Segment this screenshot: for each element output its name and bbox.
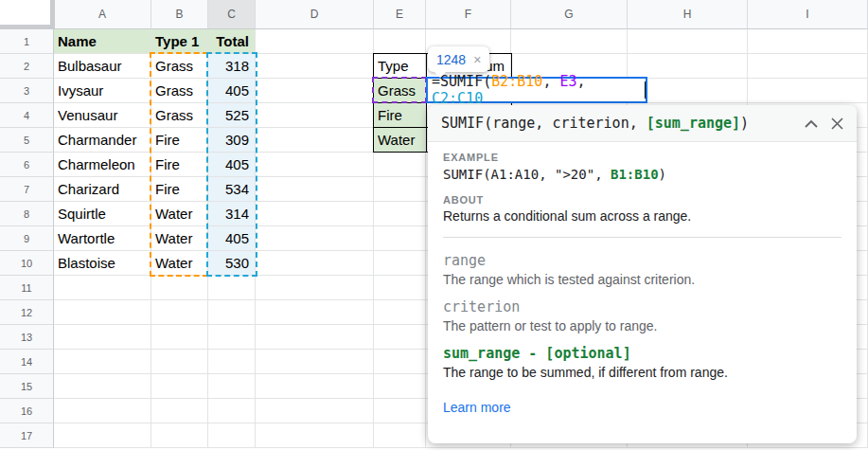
cell-D12[interactable] xyxy=(256,300,374,325)
cell-E7[interactable] xyxy=(374,177,426,202)
cell-E16[interactable] xyxy=(374,399,426,423)
cell-E2[interactable]: Type xyxy=(374,54,426,79)
cell-B2[interactable]: Grass xyxy=(151,54,208,79)
cell-C17[interactable] xyxy=(208,423,256,448)
cell-E10[interactable] xyxy=(374,251,426,276)
cell-A5[interactable]: Charmander xyxy=(54,128,151,153)
cell-A8[interactable]: Squirtle xyxy=(54,202,151,226)
cell-C13[interactable] xyxy=(208,325,256,350)
cell-B15[interactable] xyxy=(151,374,208,399)
cell-A2[interactable]: Bulbasaur xyxy=(54,54,151,79)
cell-C15[interactable] xyxy=(208,374,256,399)
cell-B13[interactable] xyxy=(151,325,208,350)
cell-A9[interactable]: Wartortle xyxy=(54,226,151,251)
cell-E4[interactable]: Fire xyxy=(374,103,426,128)
row-header-11[interactable]: 11 xyxy=(0,276,54,300)
cell-B8[interactable]: Water xyxy=(151,202,208,226)
row-header-2[interactable]: 2 xyxy=(0,54,54,79)
cell-A15[interactable] xyxy=(54,374,151,399)
column-header-A[interactable]: A xyxy=(54,0,151,29)
cell-B17[interactable] xyxy=(151,423,208,448)
cell-B6[interactable]: Fire xyxy=(151,153,208,177)
cell-C2[interactable]: 318 xyxy=(208,54,256,79)
cell-C14[interactable] xyxy=(208,350,256,374)
column-header-G[interactable]: G xyxy=(511,0,628,29)
cell-E14[interactable] xyxy=(374,350,426,374)
cell-E6[interactable] xyxy=(374,153,426,177)
cell-A7[interactable]: Charizard xyxy=(54,177,151,202)
cell-E5[interactable]: Water xyxy=(374,128,426,153)
cell-D1[interactable] xyxy=(256,29,374,54)
cell-D5[interactable] xyxy=(256,128,374,153)
cell-I3[interactable] xyxy=(748,79,868,103)
cell-H2[interactable] xyxy=(628,54,748,79)
row-header-16[interactable]: 16 xyxy=(0,399,54,423)
cell-C8[interactable]: 314 xyxy=(208,202,256,226)
cell-A4[interactable]: Venusaur xyxy=(54,103,151,128)
cell-B10[interactable]: Water xyxy=(151,251,208,276)
cell-C4[interactable]: 525 xyxy=(208,103,256,128)
cell-C6[interactable]: 405 xyxy=(208,153,256,177)
cell-D9[interactable] xyxy=(256,226,374,251)
cell-B5[interactable]: Fire xyxy=(151,128,208,153)
formula-cell-editor[interactable]: =SUMIF(B2:B10, E3, C2:C10 xyxy=(426,77,647,103)
cell-A6[interactable]: Charmeleon xyxy=(54,153,151,177)
cell-B1[interactable]: Type 1 xyxy=(151,29,208,54)
column-header-B[interactable]: B xyxy=(151,0,208,29)
cell-C9[interactable]: 405 xyxy=(208,226,256,251)
cell-A14[interactable] xyxy=(54,350,151,374)
cell-E12[interactable] xyxy=(374,300,426,325)
cell-A12[interactable] xyxy=(54,300,151,325)
close-icon[interactable]: × xyxy=(473,52,481,67)
cell-E15[interactable] xyxy=(374,374,426,399)
row-header-1[interactable]: 1 xyxy=(0,29,54,54)
cell-C5[interactable]: 309 xyxy=(208,128,256,153)
cell-A3[interactable]: Ivysaur xyxy=(54,79,151,103)
cell-C1[interactable]: Total xyxy=(208,29,256,54)
column-header-F[interactable]: F xyxy=(426,0,511,29)
cell-C10[interactable]: 530 xyxy=(208,251,256,276)
cell-B14[interactable] xyxy=(151,350,208,374)
cell-D2[interactable] xyxy=(256,54,374,79)
cell-D3[interactable] xyxy=(256,79,374,103)
cell-B11[interactable] xyxy=(151,276,208,300)
cell-D16[interactable] xyxy=(256,399,374,423)
cell-D17[interactable] xyxy=(256,423,374,448)
cell-D14[interactable] xyxy=(256,350,374,374)
cell-A13[interactable] xyxy=(54,325,151,350)
cell-D10[interactable] xyxy=(256,251,374,276)
cell-B3[interactable]: Grass xyxy=(151,79,208,103)
row-header-5[interactable]: 5 xyxy=(0,128,54,153)
cell-D15[interactable] xyxy=(256,374,374,399)
cell-D4[interactable] xyxy=(256,103,374,128)
cell-G1[interactable] xyxy=(511,29,628,54)
cell-D13[interactable] xyxy=(256,325,374,350)
row-header-4[interactable]: 4 xyxy=(0,103,54,128)
cell-C3[interactable]: 405 xyxy=(208,79,256,103)
column-header-C[interactable]: C xyxy=(208,0,256,29)
row-header-9[interactable]: 9 xyxy=(0,226,54,251)
row-header-14[interactable]: 14 xyxy=(0,350,54,374)
row-header-6[interactable]: 6 xyxy=(0,153,54,177)
row-header-7[interactable]: 7 xyxy=(0,177,54,202)
column-header-H[interactable]: H xyxy=(628,0,748,29)
cell-C11[interactable] xyxy=(208,276,256,300)
column-header-D[interactable]: D xyxy=(256,0,374,29)
row-header-10[interactable]: 10 xyxy=(0,251,54,276)
row-header-13[interactable]: 13 xyxy=(0,325,54,350)
cell-I1[interactable] xyxy=(748,29,868,54)
row-header-3[interactable]: 3 xyxy=(0,79,54,103)
cell-D11[interactable] xyxy=(256,276,374,300)
select-all-corner[interactable] xyxy=(0,0,55,29)
cell-B7[interactable]: Fire xyxy=(151,177,208,202)
cell-C16[interactable] xyxy=(208,399,256,423)
cell-A11[interactable] xyxy=(54,276,151,300)
cell-E1[interactable] xyxy=(374,29,426,54)
cell-B9[interactable]: Water xyxy=(151,226,208,251)
row-header-8[interactable]: 8 xyxy=(0,202,54,226)
cell-D8[interactable] xyxy=(256,202,374,226)
cell-E17[interactable] xyxy=(374,423,426,448)
cell-C7[interactable]: 534 xyxy=(208,177,256,202)
row-header-17[interactable]: 17 xyxy=(0,423,54,448)
cell-A1[interactable]: Name xyxy=(54,29,151,54)
